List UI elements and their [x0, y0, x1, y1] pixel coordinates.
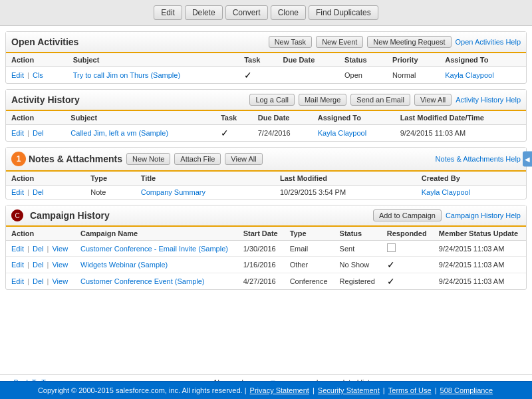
row-assigned-to: Kayla Claypool [440, 67, 526, 84]
row-assigned-to: Kayla Claypool [313, 125, 395, 142]
main-content: Open Activities New Task New Event New M… [0, 26, 532, 374]
campaign-row-1: Edit | Del | View Widgets Webinar (Sampl… [6, 257, 526, 273]
row-member-status: 9/24/2015 11:03 AM [434, 273, 526, 290]
col-last-modified: Last Modified Date/Time [395, 111, 526, 125]
copyright-text: Copyright © 2000-2015 salesforce.com, in… [38, 386, 243, 394]
col-subject: Subject [68, 53, 239, 67]
compliance-link[interactable]: 508 Compliance [440, 386, 493, 394]
col-created-by: Created By [416, 172, 526, 186]
new-event-button[interactable]: New Event [316, 36, 363, 48]
row-responded [382, 241, 434, 257]
edit-activity-link[interactable]: Edit [11, 71, 24, 79]
notes-attachments-section: 1 Notes & Attachments New Note Attach Fi… [5, 147, 527, 200]
row-start-date: 4/27/2016 [238, 273, 285, 290]
col-task: Task [239, 53, 277, 67]
row-status: Registered [334, 273, 382, 290]
view-all-activity-button[interactable]: View All [414, 94, 452, 106]
notes-attachments-help[interactable]: Notes & Attachments Help [436, 155, 521, 163]
col-action: Action [6, 53, 68, 67]
convert-button[interactable]: Convert [225, 5, 268, 20]
row-type: Other [285, 257, 334, 273]
assigned-to-link[interactable]: Kayla Claypool [445, 71, 493, 79]
col-responded: Responded [382, 227, 434, 241]
mail-merge-button[interactable]: Mail Merge [299, 94, 346, 106]
col-member-status: Member Status Update [434, 227, 526, 241]
open-activities-row: Edit | Cls Try to call Jim on Thurs (Sam… [6, 67, 526, 84]
terms-link[interactable]: Terms of Use [388, 386, 432, 394]
del-campaign-0-link[interactable]: Del [33, 245, 44, 253]
edit-history-link[interactable]: Edit [11, 129, 24, 137]
new-task-button[interactable]: New Task [269, 36, 312, 48]
view-campaign-0-link[interactable]: View [52, 245, 68, 253]
edit-campaign-0-link[interactable]: Edit [11, 245, 24, 253]
privacy-link[interactable]: Privacy Statement [250, 386, 309, 394]
cls-activity-link[interactable]: Cls [33, 71, 43, 79]
view-all-notes-button[interactable]: View All [225, 153, 262, 165]
del-note-link[interactable]: Del [33, 188, 44, 196]
del-campaign-2-link[interactable]: Del [33, 277, 44, 285]
activity-subject-link[interactable]: Try to call Jim on Thurs (Sample) [73, 71, 180, 79]
row-subject: Try to call Jim on Thurs (Sample) [68, 67, 239, 84]
open-activities-title: Open Activities [11, 37, 265, 47]
view-campaign-1-link[interactable]: View [52, 261, 68, 269]
row-due-date [278, 67, 339, 84]
open-activities-help[interactable]: Open Activities Help [456, 38, 521, 46]
find-duplicates-button[interactable]: Find Duplicates [309, 5, 378, 20]
campaign-name-2-link[interactable]: Customer Conference Event (Sample) [80, 277, 204, 285]
notes-attachments-header: 1 Notes & Attachments New Note Attach Fi… [6, 148, 526, 172]
note-created-by-link[interactable]: Kayla Claypool [422, 188, 470, 196]
page-wrapper: Edit Delete Convert Clone Find Duplicate… [0, 0, 532, 399]
campaign-row-0: Edit | Del | View Customer Conference - … [6, 241, 526, 257]
security-link[interactable]: Security Statement [318, 386, 380, 394]
right-collapse-tab[interactable]: ◀ [523, 152, 532, 167]
col-status: Status [339, 53, 387, 67]
col-priority: Priority [387, 53, 440, 67]
campaign-history-title: Campaign History [30, 210, 369, 221]
new-note-button[interactable]: New Note [126, 153, 170, 165]
footer: Copyright © 2000-2015 salesforce.com, in… [0, 381, 532, 399]
responded-check-1: ✓ [387, 259, 395, 270]
edit-campaign-1-link[interactable]: Edit [11, 261, 24, 269]
row-responded: ✓ [382, 273, 434, 290]
col-action: Action [6, 227, 75, 241]
row-start-date: 1/16/2016 [238, 257, 285, 273]
delete-button[interactable]: Delete [185, 5, 223, 20]
col-type: Type [85, 172, 136, 186]
row-type: Conference [285, 273, 334, 290]
campaign-history-section: C Campaign History Add to Campaign Campa… [5, 205, 527, 290]
history-assigned-link[interactable]: Kayla Claypool [318, 129, 366, 137]
activity-history-row: Edit | Del Called Jim, left a vm (Sample… [6, 125, 526, 142]
log-a-call-button[interactable]: Log a Call [249, 94, 295, 106]
campaign-history-header: C Campaign History Add to Campaign Campa… [6, 205, 526, 227]
note-title-link[interactable]: Company Summary [141, 188, 205, 196]
activity-history-table: Action Subject Task Due Date Assigned To… [6, 111, 526, 141]
col-title: Title [136, 172, 275, 186]
del-campaign-1-link[interactable]: Del [33, 261, 44, 269]
campaign-history-table: Action Campaign Name Start Date Type Sta… [6, 227, 526, 289]
edit-campaign-2-link[interactable]: Edit [11, 277, 24, 285]
col-assigned-to: Assigned To [440, 53, 526, 67]
edit-note-link[interactable]: Edit [11, 188, 24, 196]
notes-attachments-title: Notes & Attachments [29, 154, 122, 164]
attach-file-button[interactable]: Attach File [174, 153, 221, 165]
activity-history-help[interactable]: Activity History Help [456, 96, 521, 104]
campaign-name-0-link[interactable]: Customer Conference - Email Invite (Samp… [80, 245, 228, 253]
view-campaign-2-link[interactable]: View [52, 277, 68, 285]
row-responded: ✓ [382, 257, 434, 273]
row-task: ✓ [215, 125, 253, 142]
row-action: Edit | Del | View [6, 241, 75, 257]
col-due-date: Due Date [253, 111, 313, 125]
clone-button[interactable]: Clone [271, 5, 306, 20]
del-history-link[interactable]: Del [33, 129, 44, 137]
campaign-history-help[interactable]: Campaign History Help [446, 211, 521, 219]
add-to-campaign-button[interactable]: Add to Campaign [373, 209, 442, 221]
history-subject-link[interactable]: Called Jim, left a vm (Sample) [70, 129, 168, 137]
edit-button[interactable]: Edit [154, 5, 182, 20]
responded-checkbox-0[interactable] [387, 243, 396, 252]
campaign-name-1-link[interactable]: Widgets Webinar (Sample) [80, 261, 168, 269]
new-meeting-request-button[interactable]: New Meeting Request [367, 36, 451, 48]
row-due-date: 7/24/2016 [253, 125, 313, 142]
send-email-button[interactable]: Send an Email [350, 94, 410, 106]
open-activities-table: Action Subject Task Due Date Status Prio… [6, 53, 526, 83]
row-action: Edit | Del [6, 125, 65, 142]
